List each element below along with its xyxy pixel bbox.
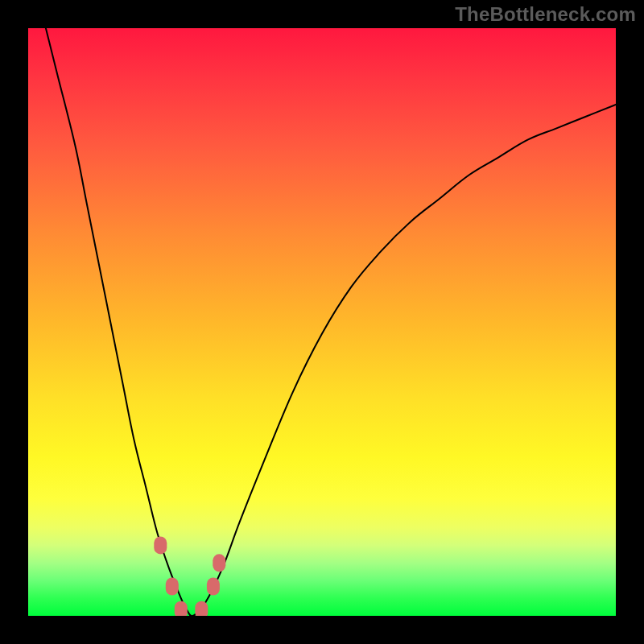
marker-bottom-left [175, 601, 188, 616]
plot-area [28, 28, 616, 616]
marker-right-upper [213, 554, 225, 572]
curve-svg [28, 28, 616, 616]
marker-right-lower [207, 578, 220, 596]
marker-left-upper [154, 536, 167, 554]
marker-bottom-right [195, 601, 208, 616]
marker-left-lower [166, 578, 179, 596]
bottleneck-curve [46, 28, 616, 616]
watermark-text: TheBottleneck.com [455, 3, 636, 26]
chart-frame: TheBottleneck.com [0, 0, 644, 644]
markers-group [154, 536, 225, 616]
